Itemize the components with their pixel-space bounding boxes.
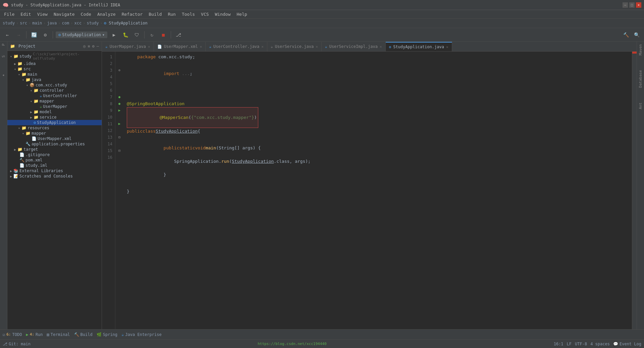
tree-root-study[interactable]: ▾ 📁 study C:\sckj\work\project-self\stud…	[7, 52, 102, 61]
menu-view[interactable]: View	[35, 11, 50, 17]
ant-tool-icon[interactable]: Ant	[638, 102, 643, 109]
tree-package[interactable]: ▾ 📦 com.xcc.study	[7, 82, 102, 88]
code-content[interactable]: package com.xcc.study; import ...; @Spri…	[123, 52, 632, 329]
status-position[interactable]: 16:1	[554, 342, 564, 346]
gutter-9[interactable]: ▶	[115, 107, 123, 114]
close-tab-user-mapper-java[interactable]: ✕	[148, 45, 150, 49]
build-tool[interactable]: 🔨 Build	[74, 332, 93, 337]
stop-button[interactable]: ■	[159, 30, 168, 40]
tree-user-mapper-java[interactable]: ☕ UserMapper	[7, 104, 102, 109]
collapse-all-icon[interactable]: ≡	[88, 44, 90, 49]
tree-main[interactable]: ▾ 📁 main	[7, 72, 102, 77]
breadcrumb-xcc[interactable]: xcc	[74, 21, 82, 25]
spring-tool[interactable]: 🌿 Spring	[97, 332, 117, 337]
coverage-button[interactable]: 🛡	[132, 30, 142, 40]
status-indent[interactable]: 4 spaces	[590, 342, 610, 346]
menu-tools[interactable]: Tools	[179, 11, 198, 17]
close-tab-user-controller[interactable]: ✕	[261, 45, 264, 49]
breadcrumb-src[interactable]: src	[20, 21, 27, 25]
tree-gitignore[interactable]: 📄 .gitignore	[7, 152, 102, 157]
run-tool[interactable]: ▶ 4: Run	[26, 332, 43, 337]
debug-button[interactable]: 🐛	[121, 30, 130, 40]
event-log[interactable]: 💬 Event Log	[613, 342, 641, 346]
tab-user-service[interactable]: ☕ UserService.java ✕	[267, 42, 322, 51]
status-vcs[interactable]: ⎇ Git: main	[3, 342, 31, 346]
gutter-3[interactable]: ⊕	[115, 67, 123, 74]
settings-button[interactable]: ⚙	[41, 30, 50, 40]
menu-file[interactable]: File	[1, 11, 17, 17]
maximize-button[interactable]: □	[629, 2, 635, 8]
menu-window[interactable]: Window	[212, 11, 233, 17]
sync-button[interactable]: 🔄	[29, 30, 39, 40]
tree-scratches[interactable]: ▶ 📝 Scratches and Consoles	[7, 173, 102, 179]
status-url[interactable]: https://blog.csdn.net/xcc194440	[258, 342, 326, 346]
tree-model-folder[interactable]: ▶ 📁 model	[7, 109, 102, 115]
update-button[interactable]: ↻	[147, 30, 157, 40]
project-tool-icon[interactable]: P	[1, 44, 6, 46]
tab-study-application[interactable]: ⚙ StudyApplication.java ✕	[386, 42, 452, 51]
tree-user-mapper-xml[interactable]: 📄 UserMapper.xml	[7, 136, 102, 141]
breadcrumb-main[interactable]: main	[32, 21, 42, 25]
minimize-button[interactable]: —	[623, 2, 628, 8]
maven-tool-icon[interactable]: Maven	[638, 44, 643, 55]
close-tab-user-service-impl[interactable]: ✕	[380, 45, 382, 49]
forward-button[interactable]: →	[14, 30, 23, 40]
locate-file-icon[interactable]: ◎	[83, 44, 86, 49]
status-encoding[interactable]: UTF-8	[575, 342, 587, 346]
database-tool-icon[interactable]: Database	[638, 70, 643, 88]
build-project-button[interactable]: 🔨	[621, 30, 631, 40]
menu-analyze[interactable]: Analyze	[95, 11, 118, 17]
panel-minimize-icon[interactable]: —	[97, 44, 99, 49]
breadcrumb-study[interactable]: study	[3, 21, 15, 25]
menu-vcs[interactable]: VCS	[198, 11, 211, 17]
close-button[interactable]: ✕	[636, 2, 641, 8]
breadcrumb-study2[interactable]: study	[87, 21, 99, 25]
gutter-11[interactable]: ▶	[115, 121, 123, 127]
tab-user-mapper-java[interactable]: ☕ UserMapper.java ✕	[102, 42, 154, 51]
terminal-tool[interactable]: ▤ Terminal	[47, 332, 70, 337]
tree-user-controller[interactable]: ☕ UserController	[7, 93, 102, 98]
java-enterprise-tool[interactable]: ☕ Java Enterprise	[121, 332, 162, 337]
status-lf[interactable]: LF	[567, 342, 572, 346]
tree-mapper-folder[interactable]: ▾ 📁 mapper	[7, 98, 102, 104]
menu-build[interactable]: Build	[146, 11, 164, 17]
tree-target[interactable]: ▶ 📁 target	[7, 147, 102, 152]
tree-resources-mapper[interactable]: ▾ 📁 mapper	[7, 131, 102, 136]
search-everywhere-button[interactable]: 🔍	[632, 30, 641, 40]
run-button[interactable]: ▶	[109, 30, 119, 40]
tab-user-mapper-xml[interactable]: 📄 UserMapper.xml ✕	[154, 42, 206, 51]
tree-application-properties[interactable]: 🔧 application.properties	[7, 141, 102, 147]
gutter-15[interactable]: ⊟	[115, 147, 123, 154]
menu-edit[interactable]: Edit	[18, 11, 34, 17]
tree-src[interactable]: ▾ 📁 src	[7, 66, 102, 72]
tree-external-libraries[interactable]: ▶ 📚 External Libraries	[7, 168, 102, 173]
menu-run[interactable]: Run	[165, 11, 178, 17]
todo-tool[interactable]: ☑ 6: TODO	[3, 332, 22, 337]
close-tab-study-application[interactable]: ✕	[446, 45, 448, 49]
breadcrumb-java[interactable]: java	[47, 21, 57, 25]
window-controls[interactable]: — □ ✕	[623, 2, 641, 8]
favorites-tool-icon[interactable]: ★	[1, 73, 6, 78]
tree-resources[interactable]: ▾ 📁 resources	[7, 125, 102, 131]
run-config-selector[interactable]: ⚙ StudyApplication ▾	[56, 31, 107, 38]
structure-tool-icon[interactable]: S	[1, 55, 6, 58]
breadcrumb-com[interactable]: com	[62, 21, 69, 25]
menu-navigate[interactable]: Navigate	[51, 11, 77, 17]
tree-service-folder[interactable]: ▶ 📁 service	[7, 115, 102, 120]
gutter-13[interactable]: ⊟	[115, 134, 123, 141]
tab-user-service-impl[interactable]: ☕ UserServiceImpl.java ✕	[322, 42, 386, 51]
tree-study-application[interactable]: ⚙ StudyApplication	[7, 120, 102, 125]
tree-idea[interactable]: ▶ 📁 .idea	[7, 61, 102, 66]
menu-code[interactable]: Code	[78, 11, 94, 17]
menu-refactor[interactable]: Refactor	[119, 11, 146, 17]
tree-study-iml[interactable]: 📄 study.iml	[7, 163, 102, 168]
tab-user-controller[interactable]: ☕ UserController.java ✕	[206, 42, 267, 51]
menu-help[interactable]: Help	[234, 11, 250, 17]
close-tab-user-mapper-xml[interactable]: ✕	[200, 45, 202, 49]
close-tab-user-service[interactable]: ✕	[316, 45, 318, 49]
tree-pom-xml[interactable]: 🔨 pom.xml	[7, 157, 102, 163]
breadcrumb-class[interactable]: ⚙ StudyApplication	[104, 21, 148, 25]
tree-java[interactable]: ▾ 📁 java	[7, 77, 102, 82]
settings-gear-icon[interactable]: ⚙	[92, 44, 95, 49]
git-button[interactable]: ⎇	[174, 30, 183, 40]
